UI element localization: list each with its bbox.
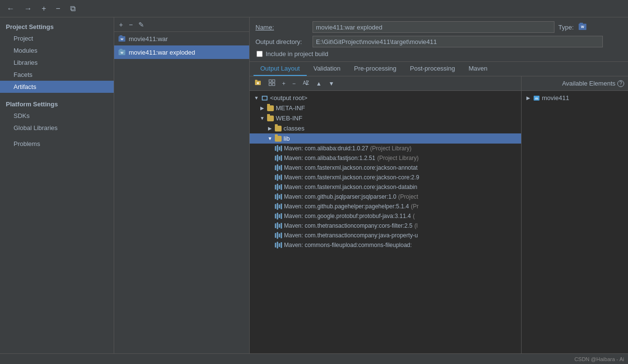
sidebar-item-project[interactable]: Project — [0, 32, 114, 44]
svg-rect-15 — [269, 83, 271, 86]
war-artifact-icon: W — [118, 35, 126, 43]
tree-node-lib[interactable]: ▼ lib — [250, 133, 521, 144]
copy-button[interactable]: ⧉ — [67, 3, 78, 14]
sidebar-item-facets[interactable]: Facets — [0, 69, 114, 81]
svg-text:AZ: AZ — [303, 80, 309, 86]
avail-node-movie411[interactable]: ▶ m movie411 — [522, 93, 628, 103]
tab-pre-processing[interactable]: Pre-processing — [347, 62, 403, 76]
artifact-add-btn[interactable]: + — [117, 20, 125, 29]
jackson-databind-label: Maven: com.fasterxml.jackson.core:jackso… — [284, 184, 417, 190]
forward-button[interactable]: → — [21, 3, 35, 14]
protobuf-maven-icon — [275, 213, 282, 219]
jackson-annot-label: Maven: com.fasterxml.jackson.core:jackso… — [284, 164, 418, 171]
name-input[interactable] — [313, 21, 554, 33]
sidebar-item-sdks[interactable]: SDKs — [0, 110, 114, 122]
artifact-item-war-exploded[interactable]: W movie411:war exploded — [114, 45, 249, 59]
output-root-icon — [261, 95, 268, 102]
protobuf-suffix: ( — [413, 213, 415, 219]
tree-node-classes[interactable]: ▶ classes — [250, 123, 521, 133]
sidebar-item-artifacts[interactable]: Artifacts — [0, 81, 114, 93]
fastjson-label: Maven: com.alibaba:fastjson:1.2.51 — [284, 155, 375, 161]
help-icon[interactable]: ? — [617, 80, 624, 87]
sidebar-item-libraries[interactable]: Libraries — [0, 57, 114, 69]
tree-node-fastjson[interactable]: Maven: com.alibaba:fastjson:1.2.51 (Proj… — [250, 153, 521, 163]
expand-arrow-classes: ▶ — [267, 126, 273, 131]
jsqlparser-suffix: (Project — [398, 193, 418, 200]
tree-node-jackson-annot[interactable]: Maven: com.fasterxml.jackson.core:jackso… — [250, 163, 521, 173]
tree-node-classes-label: classes — [284, 125, 304, 132]
classes-folder-icon — [275, 126, 282, 131]
tab-maven[interactable]: Maven — [462, 62, 494, 76]
tree-content: ▼ <output root> ▶ META-INF — [250, 91, 521, 353]
tree-down-btn[interactable]: ▼ — [326, 79, 337, 88]
cors-label: Maven: com.thetransactioncompany:cors-fi… — [284, 222, 412, 229]
druid-label: Maven: com.alibaba:druid:1.0.27 — [284, 145, 368, 152]
tree-grid-btn[interactable] — [266, 78, 278, 88]
tree-minus-btn[interactable]: − — [290, 79, 298, 88]
artifact-item-war[interactable]: W movie411:war — [114, 32, 249, 45]
jackson-core-label: Maven: com.fasterxml.jackson.core:jackso… — [284, 174, 419, 181]
lib-folder-icon — [275, 136, 282, 142]
content-panel: Name: Type: W Output directory: Include … — [250, 17, 628, 353]
tree-node-jsqlparser[interactable]: Maven: com.github.jsqlparser:jsqlparser:… — [250, 192, 521, 202]
druid-maven-icon — [275, 145, 282, 152]
tree-node-java-property[interactable]: Maven: com.thetransactioncompany:java-pr… — [250, 231, 521, 240]
minus-button[interactable]: − — [53, 3, 63, 14]
tree-node-protobuf[interactable]: Maven: com.google.protobuf:protobuf-java… — [250, 211, 521, 221]
available-panel: Available Elements ? ▶ m movie411 — [522, 76, 628, 353]
bottom-bar: CSDN @Haibara - Ai — [0, 353, 628, 364]
pagehelper-maven-icon — [275, 203, 282, 210]
commons-fileupload-label: Maven: commons-fileupload:commons-fileup… — [284, 242, 412, 248]
add-button[interactable]: + — [39, 3, 49, 14]
sidebar-divider2 — [0, 134, 114, 138]
tree-sort-btn[interactable]: AZ — [300, 78, 312, 88]
back-button[interactable]: ← — [4, 3, 17, 14]
available-elements-header: Available Elements ? — [522, 76, 628, 91]
artifact-remove-btn[interactable]: − — [127, 20, 135, 29]
tree-node-jackson-core[interactable]: Maven: com.fasterxml.jackson.core:jackso… — [250, 173, 521, 182]
tree-node-output-root[interactable]: ▼ <output root> — [250, 93, 521, 103]
available-elements-title: Available Elements — [562, 80, 615, 87]
web-inf-folder-icon — [267, 116, 274, 121]
tree-node-web-inf[interactable]: ▼ WEB-INF — [250, 113, 521, 123]
sidebar-divider — [0, 93, 114, 97]
output-layout-area: + − AZ ▲ ▼ — [250, 76, 628, 353]
sidebar-item-global-libraries[interactable]: Global Libraries — [0, 122, 114, 134]
svg-rect-10 — [255, 80, 257, 81]
sidebar-item-problems[interactable]: Problems — [0, 138, 114, 150]
svg-rect-1 — [120, 35, 122, 37]
tabs-bar: Output Layout Validation Pre-processing … — [250, 62, 628, 76]
tree-folder-btn[interactable] — [253, 78, 264, 88]
artifact-war-exploded-label: movie411:war exploded — [129, 49, 195, 56]
avail-movie411-label: movie411 — [542, 94, 569, 102]
artifact-war-label: movie411:war — [129, 35, 168, 43]
include-project-build-row: Include in project build — [255, 50, 622, 58]
platform-settings-title: Platform Settings — [0, 97, 114, 110]
tab-output-layout[interactable]: Output Layout — [254, 62, 307, 76]
include-project-build-checkbox[interactable] — [256, 51, 263, 57]
tree-node-cors-filter[interactable]: Maven: com.thetransactioncompany:cors-fi… — [250, 221, 521, 231]
tree-node-pagehelper[interactable]: Maven: com.github.pagehelper:pagehelper:… — [250, 202, 521, 211]
sidebar-item-modules[interactable]: Modules — [0, 44, 114, 57]
artifacts-panel: + − ✎ W movie411:war — [114, 17, 250, 353]
tree-node-meta-inf[interactable]: ▶ META-INF — [250, 103, 521, 113]
svg-text:m: m — [535, 97, 538, 100]
output-dir-row: Output directory: — [255, 36, 622, 47]
tree-up-btn[interactable]: ▲ — [314, 79, 324, 88]
watermark-text: CSDN @Haibara - Ai — [574, 356, 624, 362]
protobuf-label: Maven: com.google.protobuf:protobuf-java… — [284, 213, 411, 219]
tree-node-jackson-databind[interactable]: Maven: com.fasterxml.jackson.core:jackso… — [250, 182, 521, 192]
cors-maven-icon — [275, 222, 282, 229]
sidebar: Project Settings Project Modules Librari… — [0, 17, 114, 353]
output-dir-input[interactable] — [313, 36, 603, 47]
tree-node-druid[interactable]: Maven: com.alibaba:druid:1.0.27 (Project… — [250, 144, 521, 153]
tree-add-btn[interactable]: + — [280, 79, 288, 88]
svg-rect-22 — [263, 97, 267, 100]
tree-node-commons-fileupload[interactable]: Maven: commons-fileupload:commons-fileup… — [250, 240, 521, 250]
tab-validation[interactable]: Validation — [307, 62, 347, 76]
war-exploded-artifact-icon: W — [118, 48, 126, 56]
tree-node-meta-inf-label: META-INF — [276, 104, 305, 112]
fastjson-suffix: (Project Library) — [377, 155, 419, 161]
artifact-edit-btn[interactable]: ✎ — [136, 20, 146, 29]
tab-post-processing[interactable]: Post-processing — [403, 62, 462, 76]
